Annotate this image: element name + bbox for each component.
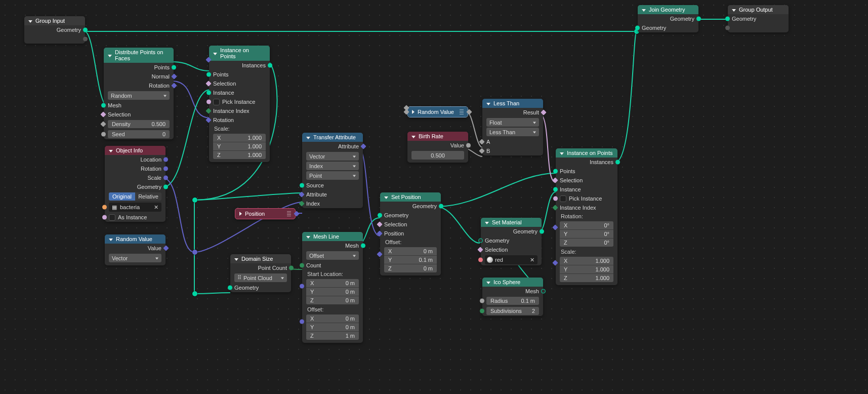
node-set-position[interactable]: Set Position Geometry Geometry Selection… xyxy=(380,192,441,275)
node-domain-size[interactable]: Domain Size Point Count ⠿Point Cloud Geo… xyxy=(230,254,291,292)
grip-icon xyxy=(460,109,464,114)
node-position[interactable]: Position xyxy=(235,208,296,219)
node-canvas[interactable]: Group Input Geometry Group Output Geomet… xyxy=(0,0,868,394)
object-field[interactable]: ▦ bacteria ✕ xyxy=(109,203,161,212)
node-set-material[interactable]: Set Material Geometry Geometry Selection… xyxy=(481,218,542,265)
node-group-input[interactable]: Group Input Geometry xyxy=(24,16,85,44)
material-field[interactable]: red ✕ xyxy=(485,255,538,264)
material-icon xyxy=(487,257,493,263)
segmented-original-relative[interactable]: Original Relative xyxy=(109,192,161,201)
out-geometry: Geometry xyxy=(57,27,81,33)
title: Group Output xyxy=(739,7,773,13)
grip-icon xyxy=(287,211,291,216)
node-birth-rate[interactable]: Birth Rate Value 0.500 xyxy=(407,132,468,163)
title: Join Geometry xyxy=(649,7,685,13)
node-transfer-attribute[interactable]: Transfer Attribute Attribute Vector Inde… xyxy=(302,133,363,208)
dropdown-distribute-mode[interactable]: Random xyxy=(108,91,170,100)
node-header[interactable]: Group Input xyxy=(24,16,85,25)
in-geometry: Geometry xyxy=(732,16,756,22)
node-group-output[interactable]: Group Output Geometry xyxy=(728,5,789,32)
node-instance-on-points-1[interactable]: Instance on Points Instances Points Sele… xyxy=(209,46,270,162)
node-mesh-line[interactable]: Mesh Line Mesh Offset Count Start Locati… xyxy=(302,232,363,343)
node-random-value-vector[interactable]: Random Value Value Vector xyxy=(105,234,166,265)
node-ico-sphere[interactable]: Ico Sphere Mesh Radius0.1 m Subdivisions… xyxy=(482,278,543,316)
title: Group Input xyxy=(35,18,65,24)
clear-icon[interactable]: ✕ xyxy=(152,204,159,211)
clear-icon[interactable]: ✕ xyxy=(528,256,535,263)
dropdown-domain[interactable]: ⠿Point Cloud xyxy=(234,273,287,282)
checkbox-as-instance[interactable] xyxy=(109,214,115,221)
node-instance-on-points-2[interactable]: Instance on Points Instances Points Sele… xyxy=(556,148,617,285)
mesh-icon: ▦ xyxy=(111,204,118,211)
node-distribute-points[interactable]: Distribute Points on Faces Points Normal… xyxy=(104,48,174,139)
node-join-geometry[interactable]: Join Geometry Geometry Geometry xyxy=(638,5,698,32)
node-less-than[interactable]: Less Than Result Float Less Than A B xyxy=(482,99,543,155)
dropdown-rv-type[interactable]: Vector xyxy=(109,254,161,262)
node-object-info[interactable]: Object Info Location Rotation Scale Geom… xyxy=(105,146,166,222)
birth-rate-value[interactable]: 0.500 xyxy=(411,151,464,160)
node-random-value-collapsed[interactable]: Random Value xyxy=(407,106,468,117)
